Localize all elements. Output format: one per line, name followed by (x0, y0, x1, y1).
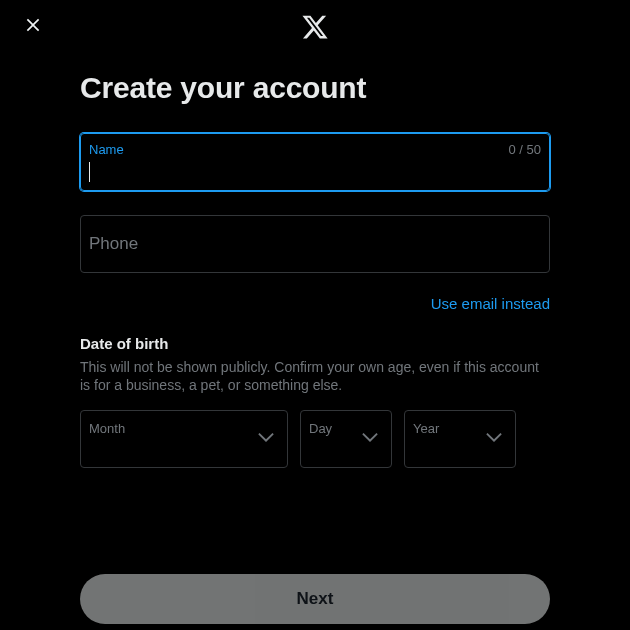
chevron-down-icon (255, 426, 277, 452)
dob-section: Date of birth This will not be shown pub… (80, 335, 550, 468)
bottom-bar: Next (80, 574, 550, 630)
close-button[interactable] (16, 10, 50, 44)
close-icon (23, 15, 43, 39)
phone-input[interactable] (89, 242, 541, 264)
year-select[interactable]: Year (404, 410, 516, 468)
signup-form: Create your account Name 0 / 50 Phone Us… (0, 71, 630, 468)
x-logo (301, 13, 329, 41)
dob-heading: Date of birth (80, 335, 550, 352)
month-select[interactable]: Month (80, 410, 288, 468)
modal-header (0, 0, 630, 53)
phone-field[interactable]: Phone (80, 215, 550, 273)
name-label: Name (89, 142, 124, 157)
alt-link-row: Use email instead (80, 295, 550, 313)
chevron-down-icon (483, 426, 505, 452)
name-field[interactable]: Name 0 / 50 (80, 133, 550, 191)
chevron-down-icon (359, 426, 381, 452)
dob-description: This will not be shown publicly. Confirm… (80, 358, 550, 394)
dob-row: Month Day Year (80, 410, 550, 468)
day-select[interactable]: Day (300, 410, 392, 468)
year-select-label: Year (413, 421, 439, 436)
next-button[interactable]: Next (80, 574, 550, 624)
month-select-label: Month (89, 421, 125, 436)
name-char-counter: 0 / 50 (508, 142, 541, 157)
use-email-instead-link[interactable]: Use email instead (431, 295, 550, 312)
page-title: Create your account (80, 71, 550, 105)
day-select-label: Day (309, 421, 332, 436)
name-input[interactable] (89, 160, 541, 182)
